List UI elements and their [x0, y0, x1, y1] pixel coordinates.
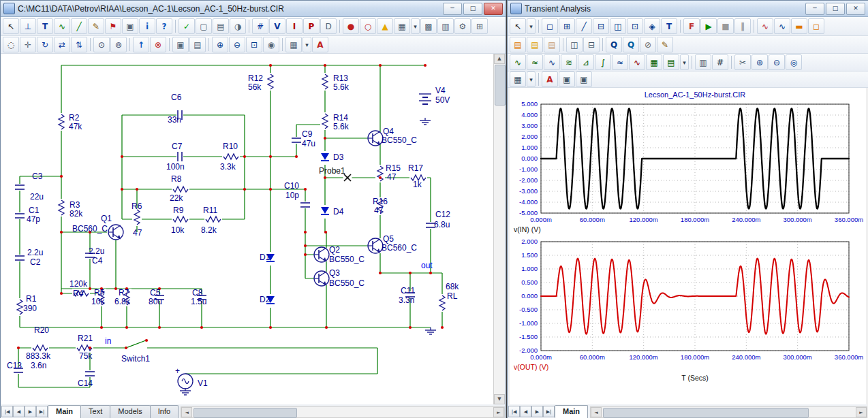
tab-nav-button-1[interactable]: ◀	[13, 406, 25, 417]
component-label[interactable]: 5.6k	[333, 82, 350, 92]
component-label[interactable]: 50V	[435, 95, 450, 105]
component-label[interactable]: 33n	[168, 115, 181, 125]
info-mode-button[interactable]: i	[139, 18, 155, 34]
component-label[interactable]: R1	[26, 294, 37, 304]
minimize-button[interactable]: ─	[443, 3, 462, 15]
rotate-button[interactable]: ↻	[37, 37, 53, 52]
vertical-tag-button[interactable]: ◫	[610, 18, 626, 34]
analysis-limits-button[interactable]: F	[683, 18, 700, 34]
copy-to-clipboard-button[interactable]: ▣	[172, 37, 189, 52]
select-mode-button[interactable]: ↖	[510, 18, 526, 34]
component-label[interactable]: 883.3k	[26, 351, 51, 361]
waveform-2-button[interactable]: ≈	[527, 54, 543, 70]
select-mode-button[interactable]: ↖	[3, 18, 19, 34]
flag-mode-button[interactable]: ⚑	[105, 18, 121, 34]
component-label[interactable]: 8.2k	[201, 225, 217, 235]
diagonal-wire-mode-button[interactable]: ╱	[71, 18, 87, 34]
find-button[interactable]: ⊙	[93, 37, 110, 52]
component-label[interactable]: R16	[373, 197, 388, 206]
pages-button[interactable]: ▥	[695, 54, 711, 70]
component-label[interactable]: BC550_C	[329, 255, 365, 264]
component-label[interactable]: 2.2u	[89, 246, 104, 256]
component-label[interactable]: D2	[260, 295, 270, 304]
analysis-horizontal-scrollbar[interactable]: ◄ ►	[590, 406, 867, 418]
tab-main[interactable]: Main	[555, 405, 588, 418]
component-label[interactable]: R13	[333, 74, 348, 83]
enable-check-button[interactable]: ✓	[179, 18, 195, 34]
component-label[interactable]: 47	[387, 172, 397, 182]
panel-limits-button[interactable]: ▤	[510, 37, 526, 52]
schematic-titlebar[interactable]: C:\MC11\DATA\Petrov\RIAA\Lecson_AC-1\Lec…	[1, 1, 506, 17]
cut-button[interactable]: ✂	[734, 54, 751, 70]
grid-display-2-button[interactable]: ▦	[285, 37, 302, 52]
component-label[interactable]: Q2	[329, 245, 340, 255]
component-label[interactable]: 2.2u	[27, 248, 43, 257]
probe-tool-button[interactable]: ◎	[786, 54, 802, 70]
horizontal-scroll-thumb[interactable]	[603, 408, 809, 418]
component-label[interactable]: R11	[203, 206, 217, 215]
scroll-right-button[interactable]: ►	[856, 407, 867, 417]
zoom-in-button[interactable]: ⊕	[212, 37, 228, 52]
scope-blue-button[interactable]: ∿	[774, 18, 790, 34]
waveform-1-button[interactable]: ∿	[510, 54, 526, 70]
no-zoom-button[interactable]: ⊘	[640, 37, 656, 52]
component-label[interactable]: C3	[32, 172, 43, 181]
restore-button[interactable]: □	[463, 3, 482, 15]
component-label[interactable]: 6.8k	[114, 297, 131, 306]
component-label[interactable]: 10p	[285, 191, 299, 200]
component-label[interactable]: C9	[302, 129, 313, 139]
analysis-plot-area[interactable]: Lecson_AC-1_50Hz-burst.CIR5.0004.0003.00…	[510, 88, 866, 404]
run-button[interactable]: ▶	[700, 18, 717, 34]
waveform-7-button[interactable]: ≈	[612, 54, 628, 70]
component-label[interactable]: V4	[435, 86, 446, 95]
scroll-right-button[interactable]: ►	[493, 407, 504, 417]
pause-button[interactable]: ‖	[734, 18, 751, 34]
grid-plot-button[interactable]: ▦	[646, 54, 662, 70]
paste-dropdown-button[interactable]: ▾	[680, 54, 689, 70]
conditions-button[interactable]: D	[320, 18, 337, 34]
power-button[interactable]: P	[303, 18, 320, 34]
font-button[interactable]: A	[542, 71, 558, 87]
tab-main[interactable]: Main	[48, 405, 81, 418]
component-label[interactable]: Q3	[329, 268, 340, 278]
component-label[interactable]: R17	[408, 163, 423, 173]
copy-1-button[interactable]: ▣	[559, 71, 575, 87]
scope-red-button[interactable]: ∿	[757, 18, 773, 34]
component-label[interactable]: 22k	[170, 193, 183, 203]
numeric-output-button[interactable]: #	[712, 54, 728, 70]
horizontal-scroll-thumb[interactable]	[193, 408, 297, 418]
scroll-left-button[interactable]: ◄	[181, 407, 192, 417]
tab-nav-button-3[interactable]: ▶|	[543, 406, 555, 417]
scale-mode-button[interactable]: ◻	[542, 18, 558, 34]
component-label[interactable]: 3.6n	[31, 361, 46, 370]
component-label[interactable]: C1	[29, 206, 40, 215]
tab-nav-button-3[interactable]: ▶|	[36, 406, 48, 417]
component-label[interactable]: out	[421, 261, 433, 270]
zoom-q1-button[interactable]: Q	[606, 37, 622, 52]
node-numbers-button[interactable]: #	[252, 18, 268, 34]
split-horizontal-button[interactable]: ◫	[566, 37, 583, 52]
preferences-gear-button[interactable]: ⚙	[454, 18, 471, 34]
component-label[interactable]: C10	[284, 181, 299, 191]
component-label[interactable]: R21	[78, 334, 93, 343]
zoom-area-button[interactable]: ⊡	[246, 37, 262, 52]
component-label[interactable]: R8	[171, 174, 182, 184]
component-label[interactable]: 390	[23, 304, 37, 313]
vertical-scroll-thumb[interactable]	[495, 65, 506, 106]
annotate-button[interactable]: ✎	[657, 37, 673, 52]
analog-digital-button[interactable]: ◑	[230, 18, 246, 34]
component-label[interactable]: C6	[171, 93, 182, 102]
component-label[interactable]: BC550_C	[382, 135, 417, 145]
scroll-up-button[interactable]: ▲	[494, 54, 505, 64]
component-label[interactable]: C11	[401, 286, 415, 295]
scroll-down-button[interactable]: ▼	[494, 394, 505, 404]
split-vertical-button[interactable]: ⊟	[583, 37, 600, 52]
picture-mode-button[interactable]: ▣	[122, 18, 138, 34]
component-label[interactable]: 3.3n	[399, 295, 414, 305]
help-mode-button[interactable]: ?	[156, 18, 172, 34]
waveform-4-button[interactable]: ≋	[561, 54, 577, 70]
design-warning-button[interactable]: ▲	[377, 18, 393, 34]
tab-text[interactable]: Text	[80, 405, 110, 418]
grid-display-button[interactable]: ▦	[510, 71, 526, 87]
horizontal-tag-button[interactable]: ⊟	[593, 18, 609, 34]
